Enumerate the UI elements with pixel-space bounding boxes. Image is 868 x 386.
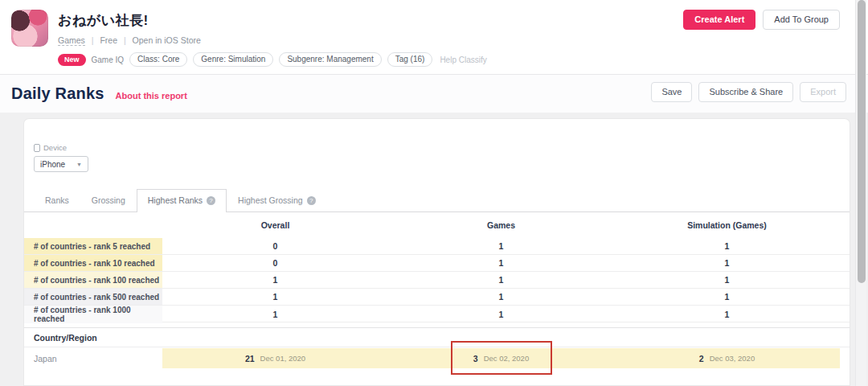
rank-value: 3 bbox=[473, 354, 478, 363]
about-report-link[interactable]: About this report bbox=[116, 91, 187, 101]
breadcrumb-separator: | bbox=[124, 35, 126, 45]
price-label: Free bbox=[100, 35, 117, 45]
cell-value: 1 bbox=[388, 255, 614, 271]
cell-value: 0 bbox=[162, 238, 388, 254]
device-dropdown-value: iPhone bbox=[40, 160, 65, 169]
subscribe-share-button[interactable]: Subscribe & Share bbox=[698, 82, 793, 102]
cell-value: 1 bbox=[614, 238, 840, 254]
cell-value: 1 bbox=[614, 272, 840, 288]
cell-value: 1 bbox=[388, 306, 614, 323]
app-info: おねがい社長! Games | Free | Open in iOS Store… bbox=[58, 8, 487, 74]
game-iq-label: Game IQ bbox=[92, 55, 125, 64]
device-label: Device bbox=[34, 143, 850, 152]
app-icon bbox=[11, 10, 48, 47]
cell-value: 1 bbox=[614, 306, 840, 323]
breadcrumb-separator: | bbox=[92, 35, 94, 45]
page: おねがい社長! Games | Free | Open in iOS Store… bbox=[0, 0, 868, 386]
create-alert-button[interactable]: Create Alert bbox=[683, 10, 755, 30]
table-row: # of countries - rank 100 reached 1 1 1 bbox=[24, 272, 850, 289]
cell-value: 0 bbox=[162, 255, 388, 271]
category-link[interactable]: Games bbox=[58, 35, 85, 46]
app-title: おねがい社長! bbox=[58, 11, 487, 30]
help-icon[interactable]: ? bbox=[207, 196, 215, 205]
app-header: おねがい社長! Games | Free | Open in iOS Store… bbox=[0, 0, 868, 75]
rank-cell-dec01: 21 Dec 01, 2020 bbox=[162, 348, 388, 368]
row-label: # of countries - rank 10 reached bbox=[24, 255, 162, 271]
pill-tag-count[interactable]: Tag (16) bbox=[387, 52, 433, 67]
tab-label: Ranks bbox=[45, 195, 69, 205]
tags-row: New Game IQ Class: Core Genre: Simulatio… bbox=[58, 52, 487, 67]
rank-cell-dec02: 3 Dec 02, 2020 bbox=[388, 348, 614, 368]
device-filter: Device iPhone ▼ bbox=[34, 143, 850, 172]
open-ios-store-link[interactable]: Open in iOS Store bbox=[133, 35, 201, 45]
rank-cell-dec03: 2 Dec 03, 2020 bbox=[614, 348, 840, 368]
tab-highest-ranks[interactable]: Highest Ranks ? bbox=[137, 189, 227, 212]
add-to-group-button[interactable]: Add To Group bbox=[763, 10, 840, 30]
tab-label: Highest Grossing bbox=[238, 195, 303, 205]
cell-value: 1 bbox=[162, 289, 388, 305]
scrollbar-track[interactable] bbox=[855, 0, 866, 386]
column-header-overall: Overall bbox=[162, 220, 388, 230]
report-card: Device iPhone ▼ Ranks Grossing Highest R… bbox=[24, 119, 850, 385]
rank-value: 2 bbox=[699, 354, 704, 363]
rank-value: 21 bbox=[245, 354, 255, 363]
table-row: # of countries - rank 5 reached 0 1 1 bbox=[24, 238, 850, 255]
chevron-down-icon: ▼ bbox=[76, 162, 82, 167]
tab-label: Grossing bbox=[92, 195, 125, 205]
row-label: # of countries - rank 100 reached bbox=[24, 272, 162, 288]
table-row: # of countries - rank 500 reached 1 1 1 bbox=[24, 289, 850, 306]
header-actions: Create Alert Add To Group bbox=[683, 10, 840, 30]
cell-value: 1 bbox=[162, 272, 388, 288]
tab-label: Highest Ranks bbox=[148, 195, 203, 205]
new-badge: New bbox=[58, 54, 86, 66]
scrollbar-thumb[interactable] bbox=[858, 0, 866, 283]
cell-value: 1 bbox=[388, 289, 614, 305]
country-row-japan: Japan 21 Dec 01, 2020 3 Dec 02, 2020 2 D… bbox=[24, 348, 850, 368]
cell-value: 1 bbox=[614, 255, 840, 271]
report-bar: Daily Ranks About this report Save Subsc… bbox=[0, 75, 868, 113]
cell-value: 1 bbox=[388, 238, 614, 254]
cell-value: 1 bbox=[162, 306, 388, 323]
country-region-section-label: Country/Region bbox=[24, 327, 850, 347]
column-header-games: Games bbox=[388, 220, 614, 230]
report-actions: Save Subscribe & Share Export bbox=[651, 82, 846, 102]
pill-genre[interactable]: Genre: Simulation bbox=[193, 52, 273, 67]
device-dropdown[interactable]: iPhone ▼ bbox=[34, 156, 88, 172]
device-icon bbox=[34, 144, 40, 152]
country-label: Japan bbox=[24, 348, 162, 368]
tabs-row: Ranks Grossing Highest Ranks ? Highest G… bbox=[24, 189, 850, 212]
rank-date: Dec 02, 2020 bbox=[484, 354, 530, 363]
save-button[interactable]: Save bbox=[651, 82, 692, 102]
content-area: Device iPhone ▼ Ranks Grossing Highest R… bbox=[0, 113, 868, 385]
row-label: # of countries - rank 5 reached bbox=[24, 238, 162, 254]
column-header-simulation: Simulation (Games) bbox=[614, 220, 840, 230]
page-title: Daily Ranks bbox=[11, 84, 104, 103]
row-label: # of countries - rank 1000 reached bbox=[24, 306, 162, 323]
help-classify-link[interactable]: Help Classify bbox=[440, 55, 486, 64]
table-row: # of countries - rank 1000 reached 1 1 1 bbox=[24, 306, 850, 322]
export-button[interactable]: Export bbox=[800, 82, 846, 102]
rank-date: Dec 01, 2020 bbox=[260, 354, 306, 363]
device-label-text: Device bbox=[43, 143, 67, 152]
cell-value: 1 bbox=[388, 272, 614, 288]
help-icon[interactable]: ? bbox=[307, 196, 316, 205]
tab-grossing[interactable]: Grossing bbox=[80, 189, 137, 211]
cell-value: 1 bbox=[614, 289, 840, 305]
table-header-row: Overall Games Simulation (Games) bbox=[24, 212, 850, 238]
pill-subgenre[interactable]: Subgenre: Management bbox=[279, 52, 381, 67]
table-row: # of countries - rank 10 reached 0 1 1 bbox=[24, 255, 850, 272]
rank-date: Dec 03, 2020 bbox=[710, 354, 755, 363]
tab-highest-grossing[interactable]: Highest Grossing ? bbox=[227, 189, 327, 211]
row-label: # of countries - rank 500 reached bbox=[24, 289, 162, 305]
app-breadcrumb: Games | Free | Open in iOS Store bbox=[58, 35, 487, 45]
pill-class[interactable]: Class: Core bbox=[129, 52, 187, 67]
highest-ranks-table: Overall Games Simulation (Games) # of co… bbox=[24, 212, 850, 368]
tab-ranks[interactable]: Ranks bbox=[34, 189, 80, 211]
